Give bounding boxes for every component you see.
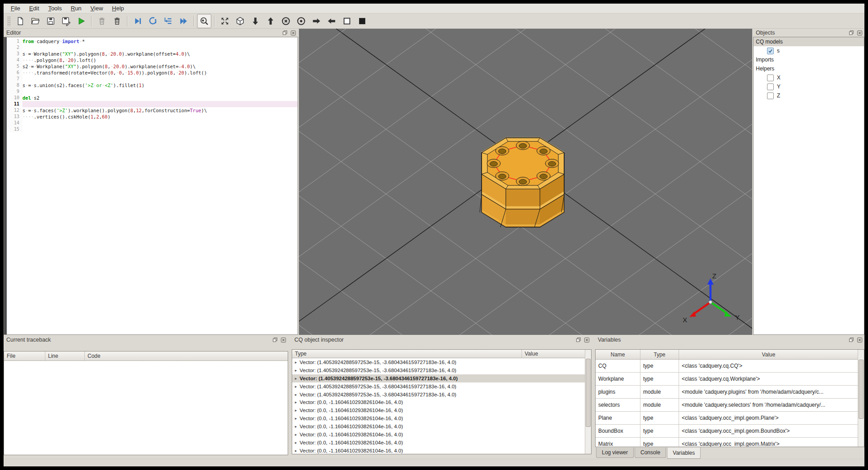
inspector-row[interactable]: ▸Vector: (1.4053924288597253e-15, -3.680… xyxy=(292,358,585,366)
expand-arrow-icon[interactable]: ▸ xyxy=(295,424,297,429)
expand-arrow-icon[interactable]: ▸ xyxy=(295,392,297,397)
expand-arrow-icon[interactable]: ▸ xyxy=(295,400,297,404)
tree-group-cq-models[interactable]: CQ models xyxy=(754,37,864,46)
debug-run-button[interactable] xyxy=(131,14,145,28)
checkbox-s[interactable] xyxy=(767,48,774,54)
debug-continue-button[interactable] xyxy=(176,14,191,28)
inspector-row-text: Vector: (0.0, -1.1604610293826104e-16, 4… xyxy=(300,448,403,453)
variable-row[interactable]: pluginsmodule<module 'cadquery.plugins' … xyxy=(596,386,858,399)
inspector-col-type[interactable]: Type xyxy=(292,350,522,358)
expand-arrow-icon[interactable]: ▸ xyxy=(295,360,297,365)
close-panel-button[interactable] xyxy=(280,337,286,343)
toolbar-drag-handle[interactable] xyxy=(7,16,11,26)
right-view-button[interactable] xyxy=(309,14,324,28)
menu-tools[interactable]: Tools xyxy=(44,4,66,13)
tree-item-x[interactable]: X xyxy=(754,73,864,82)
tree-item-y[interactable]: Y xyxy=(754,82,864,91)
menu-help[interactable]: Help xyxy=(108,4,129,13)
menu-run[interactable]: Run xyxy=(66,4,86,13)
new-script-button[interactable] xyxy=(13,14,27,28)
inspector-row[interactable]: ▸Vector: (1.4053924288597253e-15, -3.680… xyxy=(292,382,585,391)
inspector-row[interactable]: ▸Vector: (0.0, -1.1604610293826104e-16, … xyxy=(292,422,585,430)
variables-col-value[interactable]: Value xyxy=(679,350,858,359)
inspector-scrollbar[interactable] xyxy=(585,350,591,454)
variables-col-name[interactable]: Name xyxy=(596,350,640,359)
close-panel-button[interactable] xyxy=(856,30,863,36)
bottom-view-button[interactable] xyxy=(248,14,263,28)
expand-arrow-icon[interactable]: ▸ xyxy=(295,384,297,389)
traceback-col-file[interactable]: File xyxy=(4,351,45,360)
variable-row[interactable]: Matrixtype<class 'cadquery.occ_impl.geom… xyxy=(596,438,858,447)
checkbox-z[interactable] xyxy=(767,92,774,99)
fit-view-button[interactable] xyxy=(218,14,232,28)
close-panel-button[interactable] xyxy=(290,30,296,36)
expand-arrow-icon[interactable]: ▸ xyxy=(295,448,297,453)
variable-row[interactable]: Planetype<class 'cadquery.occ_impl.geom.… xyxy=(596,412,858,425)
variables-scrollbar[interactable] xyxy=(858,350,864,447)
back-view-button[interactable] xyxy=(294,14,308,28)
inspect-toggle-button[interactable] xyxy=(197,14,211,28)
inspector-row[interactable]: ▸Vector: (0.0, -1.1604610293826104e-16, … xyxy=(292,447,585,454)
black-box-button[interactable] xyxy=(355,14,369,28)
traceback-col-line[interactable]: Line xyxy=(45,351,85,360)
traceback-col-code[interactable]: Code xyxy=(85,351,288,360)
inspector-col-value[interactable]: Value xyxy=(522,350,585,358)
render-button[interactable] xyxy=(74,14,88,28)
variable-row[interactable]: selectorsmodule<module 'cadquery.selecto… xyxy=(596,399,858,412)
inspector-row[interactable]: ▸Vector: (1.4053924288597253e-15, -3.680… xyxy=(292,374,585,382)
debug-step-button[interactable] xyxy=(146,14,160,28)
inspector-row[interactable]: ▸Vector: (0.0, -1.1604610293826104e-16, … xyxy=(292,398,585,406)
float-panel-button[interactable] xyxy=(848,337,855,343)
open-script-button[interactable] xyxy=(28,14,43,28)
variables-col-type[interactable]: Type xyxy=(640,350,679,359)
left-view-button[interactable] xyxy=(324,14,339,28)
checkbox-y[interactable] xyxy=(767,83,774,90)
tree-group-helpers[interactable]: Helpers xyxy=(754,64,864,73)
top-view-button[interactable] xyxy=(263,14,278,28)
menu-file[interactable]: File xyxy=(6,4,25,13)
float-panel-button[interactable] xyxy=(282,30,288,36)
code-editor[interactable]: 1from·cadquery·import·*23s·=·Workplane("… xyxy=(4,37,298,335)
variable-row[interactable]: BoundBoxtype<class 'cadquery.occ_impl.ge… xyxy=(596,425,858,438)
expand-arrow-icon[interactable]: ▸ xyxy=(295,432,297,437)
inspector-row[interactable]: ▸Vector: (0.0, -1.1604610293826104e-16, … xyxy=(292,430,585,439)
inspector-row[interactable]: ▸Vector: (0.0, -1.1604610293826104e-16, … xyxy=(292,439,585,447)
viewport-canvas[interactable]: X Y Z xyxy=(299,29,752,335)
checkbox-x[interactable] xyxy=(767,75,774,81)
inspector-row[interactable]: ▸Vector: (1.4053924288597253e-15, -3.680… xyxy=(292,391,585,399)
variable-row[interactable]: Workplanetype<class 'cadquery.cq.Workpla… xyxy=(596,373,858,386)
object-inspector-title: CQ object inspector xyxy=(294,337,575,343)
cad-model[interactable] xyxy=(480,138,564,227)
expand-arrow-icon[interactable]: ▸ xyxy=(295,376,297,381)
tree-item-s[interactable]: s xyxy=(754,46,864,55)
delete-all-button[interactable] xyxy=(110,14,124,28)
iso-view-button[interactable] xyxy=(233,14,247,28)
expand-arrow-icon[interactable]: ▸ xyxy=(295,408,297,413)
delete-button[interactable] xyxy=(95,14,109,28)
close-panel-button[interactable] xyxy=(583,337,590,343)
variable-row[interactable]: CQtype<class 'cadquery.cq.CQ'> xyxy=(596,360,858,373)
float-panel-button[interactable] xyxy=(272,337,278,343)
tab-console[interactable]: Console xyxy=(635,448,666,458)
tree-item-z[interactable]: Z xyxy=(754,91,864,100)
expand-arrow-icon[interactable]: ▸ xyxy=(295,440,297,445)
float-panel-button[interactable] xyxy=(848,30,855,36)
close-panel-button[interactable] xyxy=(856,337,863,343)
expand-arrow-icon[interactable]: ▸ xyxy=(295,368,297,373)
expand-arrow-icon[interactable]: ▸ xyxy=(295,416,297,421)
menu-view[interactable]: View xyxy=(86,4,108,13)
inspector-row[interactable]: ▸Vector: (0.0, -1.1604610293826104e-16, … xyxy=(292,406,585,414)
front-view-button[interactable] xyxy=(279,14,293,28)
menu-edit[interactable]: Edit xyxy=(25,4,44,13)
inspector-row[interactable]: ▸Vector: (1.4053924288597253e-15, -3.680… xyxy=(292,366,585,374)
save-script-button[interactable] xyxy=(44,14,58,28)
3d-viewport[interactable]: X Y Z xyxy=(299,29,752,335)
tab-log-viewer[interactable]: Log viewer xyxy=(596,448,634,458)
debug-step-in-button[interactable] xyxy=(161,14,175,28)
save-as-script-button[interactable] xyxy=(59,14,73,28)
tab-variables[interactable]: Variables xyxy=(667,448,701,459)
inspector-row[interactable]: ▸Vector: (0.0, -1.1604610293826104e-16, … xyxy=(292,414,585,422)
tree-group-imports[interactable]: Imports xyxy=(754,55,864,64)
float-panel-button[interactable] xyxy=(575,337,582,343)
transparent-button[interactable] xyxy=(340,14,354,28)
